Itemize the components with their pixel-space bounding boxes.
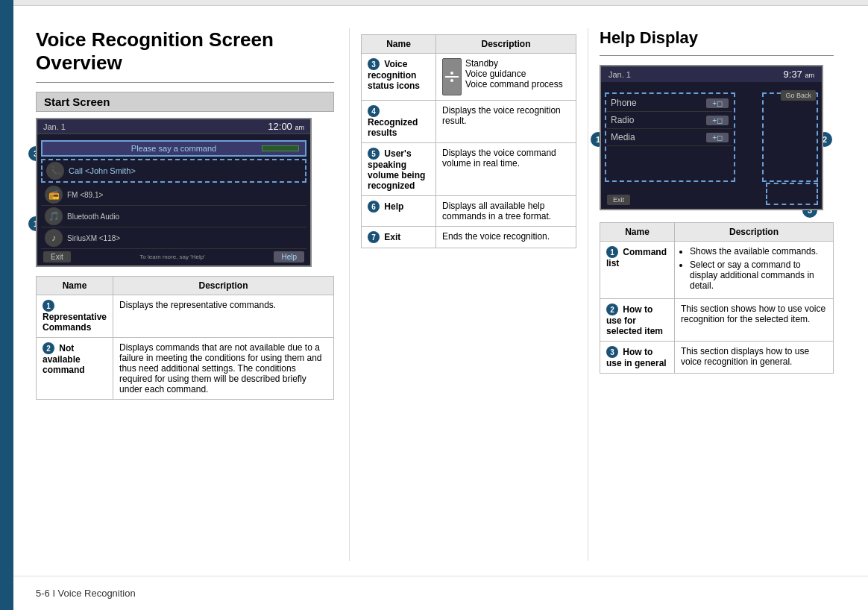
mid-row5-name: 5 User's speaking volume being recognize…: [362, 143, 436, 196]
left-column: Voice Recognition Screen Overview Start …: [36, 28, 349, 561]
help-screen-top: Jan. 1 9:37 am: [601, 66, 822, 82]
table-row: 3 Voice recognition status icons: [362, 54, 576, 101]
num-badge-1: 1: [43, 300, 54, 312]
mid-row4-name: 4 Recognized results: [362, 101, 436, 143]
table-row: 1 Command list Shows the available comma…: [600, 242, 834, 299]
help-date: Jan. 1: [608, 70, 631, 79]
table-row: 3 How to use in general This section dis…: [600, 342, 834, 374]
icon-cell: Standby Voice guidance Voice command pro…: [442, 58, 570, 95]
table-row: 5 User's speaking volume being recognize…: [362, 143, 576, 196]
table-row: 2 Not available command Displays command…: [37, 338, 334, 400]
fm-icon: 📻: [45, 186, 63, 204]
mid-row3-name: 3 Voice recognition status icons: [362, 54, 436, 101]
screen-fm-row: 📻 FM <89.1>: [41, 184, 306, 206]
right-row3-name: 3 How to use in general: [600, 342, 675, 374]
screen-mockup-wrapper: 3 4 5 2 1 7 6 Jan.: [36, 118, 312, 267]
left-row1-name: 1 Representative Commands: [37, 295, 113, 338]
mid-row4-desc: Displays the voice recognition result.: [436, 101, 576, 143]
mid-table-name-header: Name: [362, 35, 436, 54]
voice-icon-box: [442, 58, 462, 95]
num-badge-2: 2: [43, 342, 54, 354]
left-table: Name Description 1 Representative Comman…: [36, 276, 334, 400]
middle-column: Name Description 3 Voice recognition sta…: [349, 28, 588, 561]
help-screen-wrapper: 1 2 3 Jan. 1 9:37 am: [600, 65, 823, 210]
icon-desc-lines: Standby Voice guidance Voice command pro…: [465, 58, 563, 89]
voice-dot: [450, 79, 453, 82]
sirius-icon: ♪: [45, 229, 63, 247]
screen-footer: Exit To learn more, say 'Help' Help: [37, 248, 310, 265]
help-screen-image: Jan. 1 9:37 am Go Back: [600, 65, 823, 210]
voice-dot: [450, 72, 453, 75]
right-table-name-header: Name: [600, 223, 675, 242]
num-badge-5: 5: [368, 148, 380, 160]
phone-row: Phone +◻: [607, 95, 732, 112]
num-badge-7: 7: [368, 231, 380, 243]
table-row: 6 Help Displays all available help comma…: [362, 196, 576, 227]
voice-line: [445, 76, 459, 78]
screen-top-bar: Jan. 1 12:00 am: [37, 119, 310, 134]
num-badge-6: 6: [368, 201, 380, 213]
num-badge-r2: 2: [606, 304, 618, 315]
bullet-list: Shows the available commands. Select or …: [681, 246, 827, 291]
right-column: Help Display 1 2 3 Jan. 1 9:37: [588, 28, 834, 561]
media-row: Media +◻: [607, 129, 732, 146]
go-back-btn[interactable]: Go Back: [781, 90, 816, 101]
radio-icon: +◻: [706, 116, 729, 125]
help-btn[interactable]: Help: [274, 251, 304, 262]
screen-sirius-row: ♪ SiriusXM <118>: [41, 227, 306, 249]
screen-date: Jan. 1: [43, 122, 66, 131]
help-menu-rows: Phone +◻ Radio +◻ Media +◻: [607, 95, 732, 146]
media-icon: +◻: [706, 133, 729, 142]
radio-row: Radio +◻: [607, 112, 732, 129]
mid-row3-desc: Standby Voice guidance Voice command pro…: [436, 54, 576, 101]
left-row1-desc: Displays the representative commands.: [113, 295, 334, 338]
main-content: Voice Recognition Screen Overview Start …: [13, 0, 868, 610]
help-display-title: Help Display: [600, 28, 834, 48]
left-row2-name: 2 Not available command: [37, 338, 113, 400]
right-row1-name: 1 Command list: [600, 242, 675, 299]
footer-text: 5-6 I Voice Recognition: [13, 576, 868, 610]
learn-more-text: To learn more, say 'Help': [139, 254, 205, 260]
page-title: Voice Recognition Screen Overview: [36, 28, 334, 75]
screen-bt-row: 🎵 Bluetooth Audio: [41, 206, 306, 227]
left-row2-desc: Displays commands that are not available…: [113, 338, 334, 400]
phone-icon: +◻: [706, 98, 729, 108]
right-table: Name Description 1 Command list: [600, 222, 834, 374]
right-row2-name: 2 How to use for selected item: [600, 299, 675, 342]
mid-row7-desc: Ends the voice recognition.: [436, 227, 576, 248]
call-icon: 📞: [46, 162, 64, 180]
table-row: 4 Recognized results Displays the voice …: [362, 101, 576, 143]
screen-image: Jan. 1 12:00 am Please say a command: [36, 118, 312, 267]
num-badge-3: 3: [368, 58, 380, 70]
top-bar: [13, 0, 868, 6]
start-screen-label: Start Screen: [36, 92, 334, 112]
screen-call-row: 📞 Call <John Smith>: [41, 159, 306, 183]
table-row: 2 How to use for selected item This sect…: [600, 299, 834, 342]
bt-icon: 🎵: [45, 207, 63, 225]
left-table-desc-header: Description: [113, 277, 334, 295]
right-row2-desc: This section shows how to use voice reco…: [675, 299, 834, 342]
screen-cmd-bar: Please say a command: [41, 140, 306, 157]
left-table-name-header: Name: [37, 277, 113, 295]
exit-btn[interactable]: Exit: [43, 251, 71, 262]
table-row: 1 Representative Commands Displays the r…: [37, 295, 334, 338]
mid-row7-name: 7 Exit: [362, 227, 436, 248]
screen-time: 12:00 am: [268, 121, 304, 132]
mid-row5-desc: Displays the voice command volume in rea…: [436, 143, 576, 196]
table-row: 7 Exit Ends the voice recognition.: [362, 227, 576, 248]
middle-table: Name Description 3 Voice recognition sta…: [361, 34, 576, 248]
num-badge-r1: 1: [606, 246, 618, 258]
num-badge-r3: 3: [606, 346, 618, 358]
right-table-desc-header: Description: [675, 223, 834, 242]
mid-table-desc-header: Description: [436, 35, 576, 54]
help-dashed-box-2: [762, 92, 818, 182]
volume-bar: [262, 145, 299, 151]
help-time: 9:37 am: [784, 69, 814, 80]
content-area: Voice Recognition Screen Overview Start …: [13, 6, 868, 576]
right-row3-desc: This section displays how to use voice r…: [675, 342, 834, 374]
help-dashed-box-3: [766, 183, 818, 205]
num-badge-4: 4: [368, 105, 380, 117]
blue-sidebar: [0, 0, 13, 610]
exit-btn[interactable]: Exit: [607, 195, 630, 205]
help-exit-area: Exit: [607, 195, 630, 205]
